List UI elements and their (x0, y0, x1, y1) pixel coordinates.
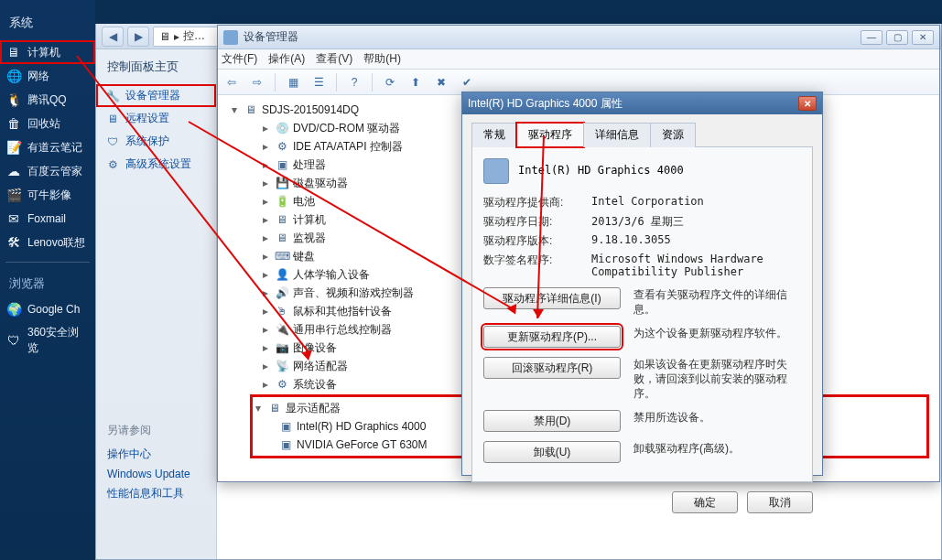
dm-titlebar[interactable]: 设备管理器 — ▢ ✕ (218, 26, 939, 49)
device-category-icon: 🔌 (275, 322, 289, 337)
desktop-browser-item-1[interactable]: 🛡360安全浏览 (0, 321, 95, 360)
nav-icon: 🔧 (105, 89, 120, 103)
app-icon: 🖥 (5, 44, 22, 60)
app-icon: 🌍 (5, 301, 22, 318)
device-category-icon: ⚙ (275, 377, 289, 392)
tb-list-icon[interactable]: ☰ (309, 72, 329, 92)
tb-back-icon[interactable]: ⇦ (222, 72, 242, 92)
ctrl-see-also: 另请参阅 (96, 414, 216, 444)
driver-action-button-0[interactable]: 驱动程序详细信息(I) (483, 287, 621, 309)
tb-scan-icon[interactable]: ⟳ (380, 72, 400, 92)
tab-general[interactable]: 常规 (471, 123, 517, 147)
driver-kv-2: 驱动程序版本:9.18.10.3055 (483, 233, 801, 249)
driver-action-button-4[interactable]: 卸载(U) (483, 441, 621, 463)
app-icon: 📝 (5, 139, 22, 156)
device-icon (483, 158, 509, 184)
desktop-browser-item-0[interactable]: 🌍Google Ch (0, 297, 95, 321)
ctrl-nav-item-3[interactable]: ⚙高级系统设置 (96, 153, 216, 176)
driver-action-row-3: 禁用(D)禁用所选设备。 (483, 410, 801, 432)
ctrl-nav: 控制面板主页 🔧设备管理器🖥远程设置🛡系统保护⚙高级系统设置 另请参阅 操作中心… (96, 49, 217, 559)
dm-title-text: 设备管理器 (244, 29, 861, 45)
props-close-button[interactable]: ✕ (798, 96, 817, 111)
desktop-item-1[interactable]: 🌐网络 (0, 64, 95, 88)
ctrl-nav-item-0[interactable]: 🔧设备管理器 (96, 84, 216, 107)
ctrl-nav-item-2[interactable]: 🛡系统保护 (96, 130, 216, 153)
maximize-button[interactable]: ▢ (886, 30, 908, 45)
menu-file[interactable]: 文件(F) (222, 51, 257, 67)
app-icon: 🗑 (5, 115, 22, 132)
driver-action-row-1: 更新驱动程序(P)...为这个设备更新驱动程序软件。 (483, 326, 801, 348)
menu-help[interactable]: 帮助(H) (363, 51, 401, 67)
desktop-item-6[interactable]: 🎬可牛影像 (0, 183, 95, 207)
tb-tree-icon[interactable]: ▦ (283, 72, 303, 92)
desktop-item-0[interactable]: 🖥计算机 (0, 40, 95, 64)
tab-resources[interactable]: 资源 (650, 123, 696, 147)
driver-action-row-2: 回滚驱动程序(R)如果该设备在更新驱动程序时失败，请回滚到以前安装的驱动程序。 (483, 357, 801, 401)
device-category-icon: 💾 (275, 176, 289, 190)
ctrl-nav-head: 控制面板主页 (96, 59, 216, 84)
device-category-icon: 🖱 (275, 304, 289, 318)
dm-menubar: 文件(F) 操作(A) 查看(V) 帮助(H) (218, 49, 939, 70)
device-category-icon: 🖥 (275, 231, 289, 245)
ctrl-see-item-1[interactable]: Windows Update (96, 465, 216, 483)
device-name: Intel(R) HD Graphics 4000 (518, 158, 684, 177)
app-icon: 🎬 (5, 187, 22, 203)
nav-icon: 🖥 (105, 112, 120, 126)
driver-action-button-2[interactable]: 回滚驱动程序(R) (483, 357, 621, 379)
tb-enable-icon[interactable]: ✔ (457, 72, 477, 92)
desktop-item-3[interactable]: 🗑回收站 (0, 112, 95, 135)
device-category-icon: 🔊 (275, 285, 289, 300)
ctrl-nav-item-1[interactable]: 🖥远程设置 (96, 107, 216, 130)
driver-action-button-1[interactable]: 更新驱动程序(P)... (483, 326, 621, 348)
tb-fwd-icon[interactable]: ⇨ (247, 72, 267, 92)
driver-action-row-0: 驱动程序详细信息(I)查看有关驱动程序文件的详细信息。 (483, 287, 801, 317)
display-adapter-icon: 🖥 (267, 401, 282, 415)
desktop-item-4[interactable]: 📝有道云笔记 (0, 135, 95, 159)
driver-kv-0: 驱动程序提供商:Intel Corporation (483, 195, 801, 210)
ctrl-see-item-0[interactable]: 操作中心 (96, 444, 216, 465)
minimize-button[interactable]: — (861, 30, 882, 45)
device-category-icon: ⌨ (275, 249, 289, 264)
ok-button[interactable]: 确定 (672, 491, 738, 513)
app-icon: 🛡 (5, 332, 22, 349)
desktop-item-7[interactable]: ✉Foxmail (0, 207, 95, 231)
breadcrumb-text: 控… (183, 28, 205, 44)
device-manager-icon (223, 30, 238, 45)
breadcrumb-icon: 🖥 (159, 30, 170, 43)
tb-update-icon[interactable]: ⬆ (406, 72, 426, 92)
device-category-icon: 📷 (275, 340, 289, 355)
app-icon: 🐧 (5, 92, 22, 108)
display-adapter-label[interactable]: 显示适配器 (286, 400, 341, 416)
computer-icon: 🖥 (244, 102, 258, 117)
cancel-button[interactable]: 取消 (747, 491, 813, 513)
desktop-item-8[interactable]: 🛠Lenovo联想 (0, 231, 95, 254)
app-icon: 🌐 (5, 68, 22, 84)
driver-kv-1: 驱动程序日期:2013/3/6 星期三 (483, 214, 801, 230)
gpu-icon: ▣ (278, 437, 293, 452)
device-category-icon: 🖥 (275, 212, 289, 227)
tab-driver[interactable]: 驱动程序 (516, 123, 584, 147)
device-category-icon: ▣ (275, 157, 289, 172)
app-icon: 🛠 (5, 234, 22, 251)
nav-icon: 🛡 (105, 135, 120, 149)
driver-action-button-3[interactable]: 禁用(D) (483, 410, 621, 432)
tab-details[interactable]: 详细信息 (583, 123, 651, 147)
desktop-section-browser: 浏览器 (0, 270, 95, 297)
tb-help-icon[interactable]: ? (344, 72, 364, 92)
device-category-icon: 🔋 (275, 194, 289, 209)
nav-icon: ⚙ (105, 157, 120, 172)
props-titlebar[interactable]: Intel(R) HD Graphics 4000 属性 ✕ (462, 92, 822, 114)
desktop-item-5[interactable]: ☁百度云管家 (0, 159, 95, 183)
tb-remove-icon[interactable]: ✖ (431, 72, 451, 92)
tab-panel-driver: Intel(R) HD Graphics 4000 驱动程序提供商:Intel … (471, 147, 813, 482)
nav-back-button[interactable]: ◀ (102, 27, 124, 47)
close-button[interactable]: ✕ (912, 30, 934, 45)
ctrl-see-item-2[interactable]: 性能信息和工具 (96, 483, 216, 504)
driver-kv-3: 数字签名程序:Microsoft Windows Hardware Compat… (483, 253, 801, 278)
desktop-sidebar: 系统 🖥计算机🌐网络🐧腾讯QQ🗑回收站📝有道云笔记☁百度云管家🎬可牛影像✉Fox… (0, 0, 95, 560)
menu-action[interactable]: 操作(A) (268, 51, 305, 67)
nav-forward-button[interactable]: ▶ (127, 27, 149, 47)
gpu-icon: ▣ (278, 419, 293, 434)
menu-view[interactable]: 查看(V) (316, 51, 352, 67)
desktop-item-2[interactable]: 🐧腾讯QQ (0, 88, 95, 112)
